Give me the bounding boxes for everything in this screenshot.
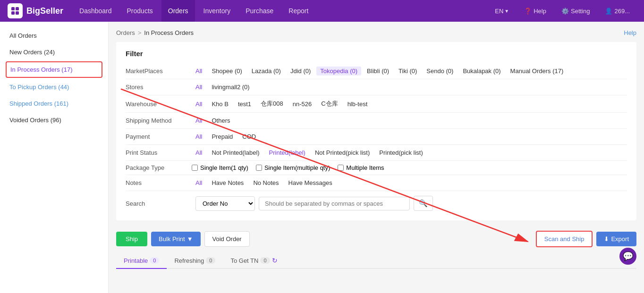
filter-values-payment: All Prepaid COD [192, 132, 260, 141]
shipping-others[interactable]: Others [208, 116, 234, 125]
marketplace-sendo[interactable]: Sendo (0) [423, 67, 457, 75]
bulk-print-button[interactable]: Bulk Print ▼ [151, 232, 201, 246]
sidebar-item-to-pickup[interactable]: To Pickup Orders (44) [0, 79, 108, 95]
checkbox-single-multiQty[interactable] [256, 165, 262, 171]
sidebar-item-new-orders[interactable]: New Orders (24) [0, 44, 108, 60]
warehouse-hlbtest[interactable]: hlb-test [344, 100, 372, 109]
nav-help[interactable]: ❓ Help [517, 0, 553, 22]
warehouse-cang008[interactable]: 仓库008 [257, 99, 287, 109]
marketplace-manual[interactable]: Manual Orders (17) [507, 67, 568, 75]
user-icon: 👤 [605, 8, 612, 15]
void-order-button[interactable]: Void Order [204, 231, 250, 247]
refresh-icon[interactable]: ↻ [272, 257, 278, 264]
chat-icon: 💬 [623, 251, 633, 261]
nav-lang[interactable]: EN ▼ [488, 0, 516, 22]
filter-values-marketplaces: All Shopee (0) Lazada (0) Jdid (0) Tokop… [192, 67, 567, 75]
sidebar-item-all-orders[interactable]: All Orders [0, 27, 108, 44]
marketplace-lazada[interactable]: Lazada (0) [248, 67, 285, 75]
tab-bar: Printable 0 Refreshing 0 To Get TN 0 ↻ [116, 253, 636, 269]
dropdown-icon: ▼ [187, 235, 193, 243]
marketplace-bukalapak[interactable]: Bukalapak (0) [459, 67, 504, 75]
payment-cod[interactable]: COD [238, 132, 260, 141]
marketplace-jdid[interactable]: Jdid (0) [287, 67, 314, 75]
nav-products[interactable]: Products [120, 0, 160, 22]
notes-have-messages[interactable]: Have Messages [285, 178, 336, 187]
breadcrumb-help[interactable]: Help [624, 29, 636, 36]
package-single1qty[interactable]: Single Item(1 qty) [192, 164, 248, 171]
filter-row-notes: Notes All Have Notes No Notes Have Messa… [126, 175, 627, 191]
filter-label-marketplaces: MarketPlaces [126, 67, 192, 75]
filter-label-notes: Notes [126, 179, 192, 186]
marketplace-all[interactable]: All [192, 67, 206, 75]
notes-no-notes[interactable]: No Notes [249, 178, 282, 187]
warehouse-nn526[interactable]: nn-526 [289, 100, 315, 109]
scan-ship-button[interactable]: Scan and Ship [536, 231, 593, 247]
stores-livingmall2[interactable]: livingmall2 (0) [208, 83, 253, 92]
breadcrumb: Orders > In Process Orders Help [116, 29, 636, 36]
nav-inventory[interactable]: Inventory [197, 0, 237, 22]
nav-user[interactable]: 👤 269... [598, 0, 636, 22]
package-single-multi-qty[interactable]: Single Item(multiple qty) [256, 164, 330, 171]
notes-all[interactable]: All [192, 178, 206, 187]
print-not-printed-label[interactable]: Not Printed(label) [208, 148, 263, 157]
print-printed-picklist[interactable]: Printed(pick list) [375, 148, 426, 157]
logo[interactable]: BigSeller [8, 3, 63, 18]
nav-dashboard[interactable]: Dashboard [73, 0, 119, 22]
warehouse-khob[interactable]: Kho B [208, 100, 232, 109]
print-all[interactable]: All [192, 148, 206, 157]
warehouse-test1[interactable]: test1 [234, 100, 255, 109]
svg-rect-3 [16, 11, 19, 15]
nav-report[interactable]: Report [282, 0, 315, 22]
payment-all[interactable]: All [192, 132, 206, 141]
checkbox-single1qty[interactable] [192, 165, 198, 171]
notes-have-notes[interactable]: Have Notes [208, 178, 247, 187]
shipping-all[interactable]: All [192, 116, 206, 125]
filter-row-package-type: Package Type Single Item(1 qty) Single I… [126, 161, 627, 175]
filter-title: Filter [126, 50, 627, 58]
search-label: Search [126, 200, 192, 207]
logo-text: BigSeller [26, 6, 63, 16]
print-printed-label[interactable]: Printed(label) [265, 148, 309, 157]
ship-button[interactable]: Ship [116, 232, 147, 246]
search-button[interactable]: 🔍 [414, 196, 433, 211]
marketplace-shopee[interactable]: Shopee (0) [208, 67, 246, 75]
nav-purchase[interactable]: Purchase [239, 0, 280, 22]
marketplace-tokopedia[interactable]: Tokopedia (0) [316, 67, 361, 75]
print-not-printed-picklist[interactable]: Not Printed(pick list) [311, 148, 373, 157]
search-icon: 🔍 [419, 199, 428, 207]
marketplace-blibli[interactable]: Blibli (0) [363, 67, 393, 75]
action-bar: Ship Bulk Print ▼ Void Order Scan and Sh… [116, 226, 636, 251]
filter-box: Filter MarketPlaces All Shopee (0) Lazad… [116, 42, 636, 220]
stores-all[interactable]: All [192, 83, 206, 92]
sidebar-item-in-process[interactable]: In Process Orders (17) [6, 61, 102, 78]
tab-refreshing[interactable]: Refreshing 0 [167, 253, 223, 269]
filter-label-print-status: Print Status [126, 149, 192, 156]
search-type-select[interactable]: Order No Tracking No SKU Product Name [195, 196, 255, 211]
filter-row-payment: Payment All Prepaid COD [126, 129, 627, 145]
gear-icon: ⚙️ [561, 8, 569, 15]
breadcrumb-current: In Process Orders [144, 29, 194, 36]
help-circle-icon: ❓ [524, 8, 532, 15]
checkbox-multiple-items[interactable] [338, 165, 344, 171]
package-multiple-items[interactable]: Multiple Items [338, 164, 384, 171]
filter-container: Filter MarketPlaces All Shopee (0) Lazad… [116, 42, 636, 269]
download-icon: ⬇ [604, 235, 609, 243]
warehouse-all[interactable]: All [192, 100, 206, 109]
payment-prepaid[interactable]: Prepaid [208, 132, 237, 141]
warehouse-ccang[interactable]: C仓库 [317, 99, 341, 109]
tab-to-get-tn[interactable]: To Get TN 0 ↻ [223, 253, 285, 269]
tab-printable[interactable]: Printable 0 [116, 253, 167, 269]
search-input[interactable] [259, 197, 410, 210]
filter-values-warehouse: All Kho B test1 仓库008 nn-526 C仓库 hlb-tes… [192, 99, 371, 109]
filter-label-shipping: Shipping Method [126, 117, 192, 124]
nav-orders[interactable]: Orders [161, 0, 195, 22]
svg-rect-1 [16, 7, 19, 10]
sidebar-item-shipped[interactable]: Shipped Orders (161) [0, 95, 108, 112]
marketplace-tiki[interactable]: Tiki (0) [395, 67, 421, 75]
filter-row-shipping: Shipping Method All Others [126, 113, 627, 129]
nav-setting[interactable]: ⚙️ Setting [555, 0, 596, 22]
chat-fab[interactable]: 💬 [619, 248, 636, 265]
breadcrumb-parent[interactable]: Orders [116, 29, 135, 36]
export-button[interactable]: ⬇ Export [596, 232, 636, 246]
sidebar-item-voided[interactable]: Voided Orders (96) [0, 112, 108, 128]
